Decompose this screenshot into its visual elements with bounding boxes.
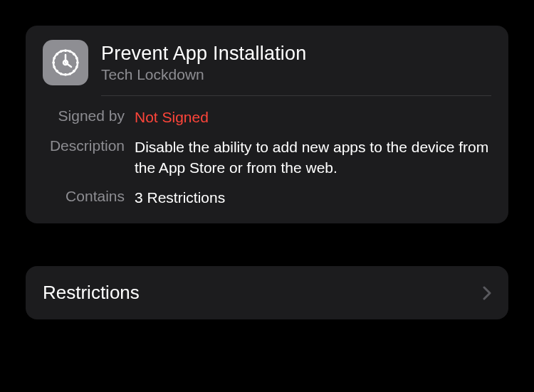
profile-title: Prevent App Installation bbox=[101, 43, 491, 65]
profile-subtitle: Tech Lockdown bbox=[101, 66, 491, 83]
svg-line-7 bbox=[73, 70, 75, 73]
signed-by-row: Signed by Not Signed bbox=[43, 107, 491, 127]
svg-line-12 bbox=[53, 67, 56, 68]
restrictions-label: Restrictions bbox=[43, 282, 140, 304]
svg-line-9 bbox=[73, 53, 75, 55]
divider bbox=[101, 95, 491, 96]
profile-info-rows: Signed by Not Signed Description Disable… bbox=[43, 107, 491, 208]
contains-row: Contains 3 Restrictions bbox=[43, 188, 491, 208]
profile-header: Prevent App Installation Tech Lockdown bbox=[43, 40, 491, 85]
gear-icon bbox=[43, 40, 88, 85]
profile-header-text: Prevent App Installation Tech Lockdown bbox=[101, 43, 491, 83]
signed-by-label: Signed by bbox=[43, 107, 125, 127]
restrictions-row[interactable]: Restrictions bbox=[26, 266, 508, 319]
svg-line-15 bbox=[61, 73, 61, 75]
chevron-right-icon bbox=[483, 286, 491, 300]
svg-line-8 bbox=[56, 70, 58, 73]
contains-value: 3 Restrictions bbox=[135, 188, 491, 208]
svg-line-13 bbox=[75, 58, 78, 58]
contains-label: Contains bbox=[43, 188, 125, 208]
svg-line-10 bbox=[61, 51, 61, 53]
description-row: Description Disable the ability to add n… bbox=[43, 137, 491, 178]
description-label: Description bbox=[43, 137, 125, 178]
svg-line-11 bbox=[70, 73, 70, 75]
svg-line-14 bbox=[70, 51, 70, 53]
profile-info-card: Prevent App Installation Tech Lockdown S… bbox=[26, 26, 508, 223]
svg-line-16 bbox=[53, 58, 56, 58]
svg-line-6 bbox=[56, 53, 58, 55]
svg-line-17 bbox=[75, 67, 78, 68]
signed-by-value: Not Signed bbox=[135, 107, 491, 127]
description-value: Disable the ability to add new apps to t… bbox=[135, 137, 491, 178]
